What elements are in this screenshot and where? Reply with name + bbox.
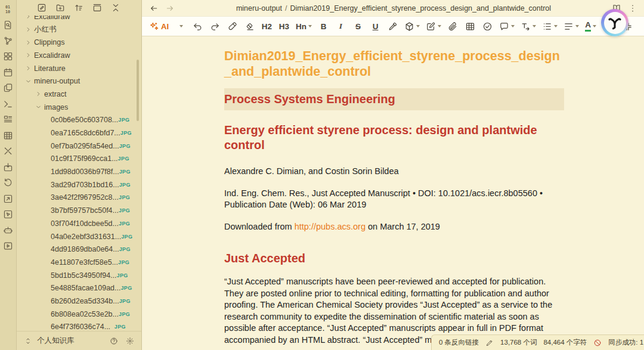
document-title[interactable]: Dimian2019_Energy_efficient_styrene_proc… <box>224 48 564 79</box>
help-button[interactable] <box>110 337 118 345</box>
heading2-button[interactable]: H2 <box>260 19 274 33</box>
paragraph-with-link[interactable]: Downloaded from http://pubs.acs.org on M… <box>224 221 564 233</box>
tree-item-file[interactable]: 5bd1b5c34950f94...JPG <box>17 269 141 282</box>
chevron-down-icon[interactable] <box>25 78 32 85</box>
insert-button[interactable] <box>425 19 442 33</box>
dock-item-graph-view[interactable] <box>3 35 14 46</box>
char-count[interactable]: 84,464 个字符 <box>543 338 587 347</box>
font-color-button[interactable]: A <box>584 19 597 33</box>
chevron-right-icon[interactable] <box>25 65 32 72</box>
breadcrumb[interactable]: mineru-output/Dimian2019_Energy_efficien… <box>181 4 606 13</box>
word-count[interactable]: 13,768 个词 <box>500 338 537 347</box>
table-button[interactable] <box>463 19 477 33</box>
tree-item-file[interactable]: 3ae42f2f967952c8...JPG <box>17 191 141 205</box>
workspace-name[interactable]: 个人知识库 <box>37 336 75 346</box>
chevron-down-icon[interactable] <box>35 104 42 110</box>
format-painter-button[interactable] <box>225 19 239 33</box>
tree-item-folder[interactable]: extract <box>17 88 141 101</box>
section-heading[interactable]: Just Accepted <box>224 251 564 266</box>
ai-button[interactable]: AI <box>148 19 170 33</box>
dock-item-terminal[interactable] <box>3 98 14 109</box>
tree-item-file[interactable]: 03f704f10dcbee5d...JPG <box>17 217 141 230</box>
align-button[interactable] <box>562 19 580 33</box>
dock-item-binary-notes[interactable]: 0110 <box>3 4 14 14</box>
tree-item-file[interactable]: 3b7bf59757bc50f4...JPG <box>17 204 141 217</box>
sort-button[interactable] <box>74 3 84 13</box>
assistant-logo-button[interactable] <box>601 9 628 36</box>
tree-item-file[interactable]: 0c0b6e50c603708...JPG <box>17 114 141 127</box>
undo-button[interactable] <box>191 19 205 33</box>
tree-item-file[interactable]: 01c9f175f969cca1...JPG <box>17 153 141 166</box>
more-menu-button[interactable] <box>628 3 638 13</box>
tree-item-file[interactable]: 6b808ea02c53e2b...JPG <box>17 308 141 321</box>
tree-item-folder[interactable]: mineru-output <box>17 75 141 88</box>
sync-status[interactable]: 同步成功: 1 小时前 <box>608 338 644 347</box>
bold-button[interactable]: B <box>317 19 330 33</box>
italic-button[interactable]: I <box>334 19 348 33</box>
text-spacing-button[interactable] <box>519 19 537 33</box>
dock-item-kanban[interactable] <box>3 114 14 125</box>
tree-item-folder[interactable]: Excalidraw <box>17 49 141 62</box>
settings-button[interactable] <box>126 337 134 345</box>
tree-item-folder[interactable]: Excalidraw <box>17 16 141 23</box>
tree-item-file[interactable]: 0ef7ba0295fa54ed...JPG <box>17 140 141 153</box>
dock-item-widget-pointer[interactable] <box>3 209 14 220</box>
tree-item-folder[interactable]: Clippings <box>17 36 141 49</box>
highlighted-heading-block[interactable]: Process Systems Engineering <box>224 88 564 110</box>
dock-item-spreadsheet[interactable] <box>3 130 14 141</box>
dock-item-document-search[interactable] <box>3 20 14 30</box>
edit-icon[interactable] <box>485 339 494 347</box>
new-doc-button[interactable] <box>37 3 47 13</box>
heading-more-button[interactable]: Hn <box>295 19 313 33</box>
chevron-right-icon[interactable] <box>35 91 42 97</box>
underline-button[interactable]: U <box>369 19 382 33</box>
chevron-right-icon[interactable] <box>25 39 32 46</box>
chevron-right-icon[interactable] <box>25 52 32 58</box>
new-notebook-button[interactable] <box>55 3 66 13</box>
tree-item-file[interactable]: 0ea7165c8dc6bfd7...JPG <box>17 126 141 140</box>
workspace-switcher-icon[interactable] <box>24 337 32 345</box>
strikethrough-button[interactable]: S <box>351 19 365 33</box>
sync-off-icon[interactable] <box>593 339 602 347</box>
dock-item-tools[interactable] <box>3 146 14 157</box>
paragraph[interactable]: Ind. Eng. Chem. Res., Just Accepted Manu… <box>224 188 564 211</box>
chevron-right-icon[interactable] <box>25 26 32 33</box>
pen-button[interactable] <box>386 19 400 33</box>
chevron-right-icon[interactable] <box>25 16 32 20</box>
dock-item-video[interactable] <box>3 241 14 252</box>
comment-button[interactable] <box>498 19 516 33</box>
dock-item-copies[interactable] <box>3 83 14 94</box>
eraser-button[interactable] <box>243 19 256 33</box>
forward-button[interactable] <box>165 3 175 13</box>
paragraph[interactable]: Alexandre C. Dimian, and Costin Sorin Bi… <box>224 166 564 178</box>
dock-item-importer[interactable] <box>3 162 14 172</box>
document-canvas[interactable]: Dimian2019_Energy_efficient_styrene_proc… <box>142 36 644 350</box>
attachment-button[interactable] <box>446 19 460 33</box>
dock-item-bot[interactable] <box>3 225 14 236</box>
breadcrumb-parent[interactable]: mineru-output <box>236 4 282 13</box>
tree-item-file[interactable]: 3ad29d703b1bd16...JPG <box>17 178 141 191</box>
tree-item-folder[interactable]: 小红书 <box>17 23 141 36</box>
breadcrumb-title[interactable]: Dimian2019_Energy_efficient_styrene_proc… <box>290 4 552 13</box>
expand-doc-tree-button[interactable] <box>92 3 103 13</box>
dock-item-calendar[interactable] <box>3 67 14 78</box>
tree-item-file[interactable]: 6e4f73f6036c74...JPG <box>17 321 141 332</box>
external-link[interactable]: http://pubs.acs.org <box>295 222 366 231</box>
dock-item-widgets-grid[interactable] <box>3 51 14 62</box>
list-button[interactable] <box>541 19 559 33</box>
tree-item-file[interactable]: 1dd98d0036b97f8f...JPG <box>17 165 141 178</box>
tree-item-file[interactable]: 5e4885facae109ad...JPG <box>17 281 141 295</box>
tree-item-file[interactable]: 04a0e2ebf3d31631...JPG <box>17 230 141 243</box>
ai-dropdown-button[interactable] <box>174 19 187 33</box>
block-type-button[interactable] <box>403 19 421 33</box>
tree-item-file[interactable]: 4dd91869dba0e64...JPG <box>17 243 141 256</box>
section-heading[interactable]: Energy efficient styrene process: design… <box>224 123 564 153</box>
backlinks-count[interactable]: 0 条反向链接 <box>439 338 479 347</box>
tree-item-file[interactable]: 6b260d2ea5d334b...JPG <box>17 295 141 308</box>
task-button[interactable] <box>481 19 494 33</box>
dock-item-history[interactable] <box>3 178 14 188</box>
collapse-doc-tree-button[interactable] <box>111 3 121 13</box>
tree-item-file[interactable]: 4e11807e3fcf58e5...JPG <box>17 256 141 269</box>
heading3-button[interactable]: H3 <box>277 19 291 33</box>
redo-button[interactable] <box>208 19 222 33</box>
